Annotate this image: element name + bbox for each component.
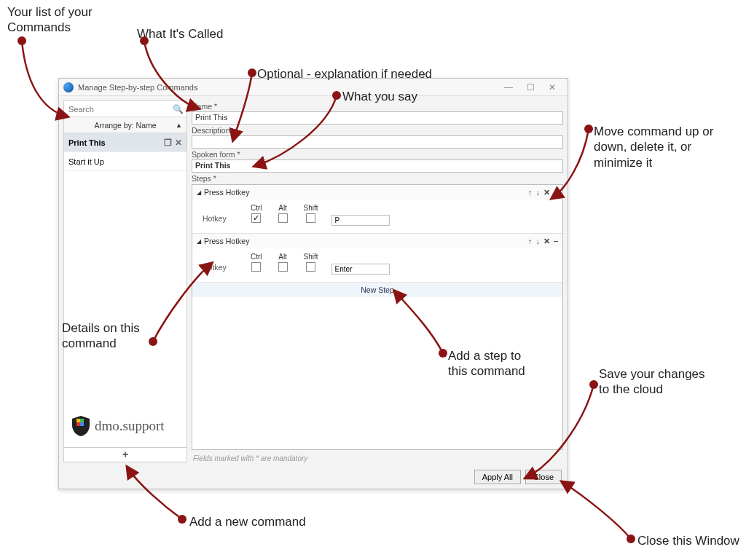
svg-rect-3	[80, 422, 84, 426]
svg-point-5	[140, 36, 149, 45]
minimize-button[interactable]: —	[498, 82, 519, 92]
step-move-up-icon[interactable]: ↑	[528, 237, 533, 245]
hotkey-label: Hotkey	[203, 204, 237, 223]
app-icon	[63, 82, 74, 92]
search-icon[interactable]: 🔍	[173, 104, 184, 114]
watermark-text: dmo.support	[95, 418, 165, 434]
arrange-by-label: Arrange by: Name	[94, 121, 156, 130]
alt-label: Alt	[278, 253, 287, 261]
svg-point-12	[178, 515, 186, 524]
add-command-button[interactable]: +	[64, 447, 186, 462]
duplicate-icon[interactable]: ❐	[164, 138, 172, 148]
close-window-button[interactable]: ✕	[541, 82, 563, 92]
svg-point-11	[589, 380, 598, 389]
svg-rect-0	[80, 419, 84, 422]
step-collapse-icon[interactable]: –	[554, 237, 558, 245]
svg-point-6	[248, 68, 256, 77]
spoken-form-input[interactable]: Print This	[192, 159, 563, 173]
name-input[interactable]: Print This	[192, 111, 563, 125]
sort-arrow-icon: ▲	[176, 122, 182, 129]
step-collapse-icon[interactable]: –	[554, 188, 558, 197]
shift-label: Shift	[304, 204, 318, 212]
search-bar: 🔍	[64, 101, 186, 117]
step-header[interactable]: ◢ Press Hotkey ↑ ↓ ✕ –	[192, 185, 562, 200]
ctrl-label: Ctrl	[251, 204, 262, 212]
step-row: ◢ Press Hotkey ↑ ↓ ✕ – Hotkey Ctrl	[192, 234, 562, 283]
step-delete-icon[interactable]: ✕	[543, 188, 550, 197]
step-move-down-icon[interactable]: ↓	[535, 188, 540, 197]
close-button[interactable]: Close	[525, 470, 562, 484]
description-label: Description	[192, 126, 563, 135]
annotation-name: What It's Called	[137, 26, 224, 42]
key-input[interactable]	[331, 264, 390, 275]
svg-point-8	[584, 125, 593, 133]
alt-checkbox[interactable]	[278, 213, 288, 223]
step-row: ◢ Press Hotkey ↑ ↓ ✕ – Hotkey Ctrl	[192, 185, 562, 234]
command-editor: Name * Print This Description Spoken for…	[192, 100, 563, 462]
ctrl-checkbox[interactable]	[251, 213, 261, 223]
annotation-save: Save your changes to the cloud	[599, 366, 705, 398]
step-title: Press Hotkey	[204, 237, 525, 245]
step-header[interactable]: ◢ Press Hotkey ↑ ↓ ✕ –	[192, 234, 562, 248]
step-delete-icon[interactable]: ✕	[543, 237, 550, 246]
delete-icon[interactable]: ✕	[175, 138, 182, 148]
apply-all-button[interactable]: Apply All	[474, 470, 521, 484]
caret-icon: ◢	[197, 189, 201, 196]
footer: Apply All Close	[59, 465, 568, 489]
caret-icon: ◢	[197, 238, 201, 245]
steps-container: ◢ Press Hotkey ↑ ↓ ✕ – Hotkey Ctrl	[192, 184, 563, 450]
alt-label: Alt	[278, 204, 287, 212]
step-title: Press Hotkey	[204, 188, 525, 197]
maximize-button[interactable]: ☐	[519, 82, 541, 92]
shift-label: Shift	[304, 253, 318, 261]
annotation-addcmd: Add a new command	[189, 514, 306, 529]
shift-checkbox[interactable]	[306, 213, 315, 223]
mandatory-note: Fields marked with * are mandatory	[192, 450, 563, 462]
command-row-print-this[interactable]: Print This ❐ ✕	[64, 133, 186, 152]
step-move-down-icon[interactable]: ↓	[535, 237, 540, 245]
hotkey-label: Hotkey	[203, 253, 237, 272]
watermark: dmo.support	[71, 415, 165, 437]
svg-rect-1	[76, 419, 80, 422]
ctrl-checkbox[interactable]	[251, 262, 261, 272]
arrange-by-header[interactable]: Arrange by: Name ▲	[64, 117, 186, 133]
command-label: Start it Up	[68, 157, 104, 166]
annotation-list: Your list of your Commands	[7, 4, 93, 36]
command-list-sidebar: 🔍 Arrange by: Name ▲ Print This ❐ ✕ Star…	[63, 100, 187, 462]
annotation-movecmd: Move command up or down, delete it, or m…	[594, 124, 713, 170]
ctrl-label: Ctrl	[251, 253, 262, 261]
svg-point-13	[627, 535, 635, 543]
command-row-start-it-up[interactable]: Start it Up	[64, 152, 186, 171]
alt-checkbox[interactable]	[278, 262, 288, 272]
search-input[interactable]	[67, 104, 173, 114]
command-label: Print This	[68, 138, 106, 147]
svg-rect-2	[76, 422, 80, 426]
steps-label: Steps *	[192, 174, 563, 183]
description-input[interactable]	[192, 135, 563, 149]
new-step-button[interactable]: New Step	[192, 283, 562, 297]
shield-icon	[71, 415, 90, 437]
annotation-closewin: Close this Window	[637, 533, 739, 548]
step-move-up-icon[interactable]: ↑	[528, 188, 533, 197]
titlebar: Manage Step-by-step Commands — ☐ ✕	[59, 79, 568, 96]
window-title: Manage Step-by-step Commands	[78, 83, 498, 92]
shift-checkbox[interactable]	[306, 262, 315, 272]
svg-point-4	[17, 36, 26, 45]
spoken-form-label: Spoken form *	[192, 150, 563, 159]
name-label: Name *	[192, 102, 563, 111]
key-input[interactable]	[331, 215, 390, 226]
